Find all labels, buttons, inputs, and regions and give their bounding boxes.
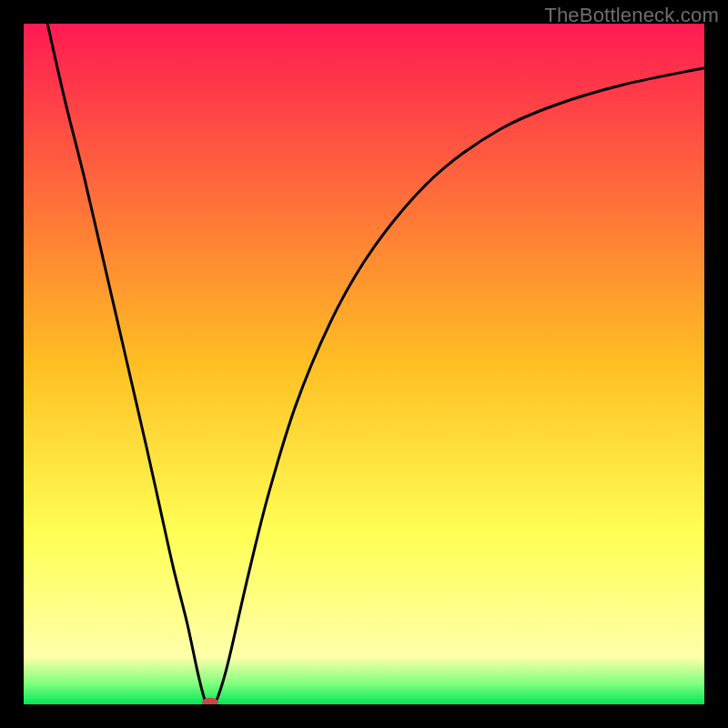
chart-svg — [24, 24, 704, 704]
chart-frame — [24, 24, 704, 704]
chart-background — [24, 24, 704, 704]
